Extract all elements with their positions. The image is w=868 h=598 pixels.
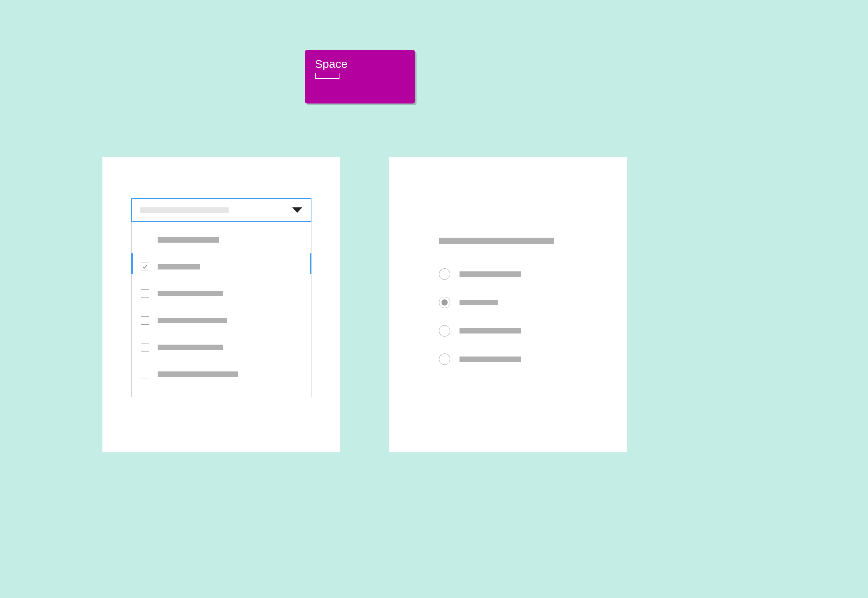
svg-marker-0 xyxy=(292,207,302,213)
radio-option[interactable] xyxy=(439,260,577,288)
radio-button[interactable] xyxy=(439,297,450,308)
dropdown-option[interactable] xyxy=(132,361,311,388)
radio-label-placeholder xyxy=(460,356,521,362)
dropdown-option[interactable] xyxy=(132,280,311,307)
radio-group-heading xyxy=(439,238,554,244)
checkbox[interactable] xyxy=(141,316,149,325)
radio-option[interactable] xyxy=(439,288,577,317)
dropdown-header[interactable] xyxy=(131,198,311,222)
option-label-placeholder xyxy=(158,237,219,243)
dropdown-example-panel xyxy=(102,157,340,452)
radio-option[interactable] xyxy=(439,345,577,373)
chevron-down-icon xyxy=(292,207,302,213)
dropdown-option[interactable] xyxy=(132,227,311,253)
radio-button[interactable] xyxy=(439,325,450,337)
radio-label-placeholder xyxy=(460,328,521,334)
radio-label-placeholder xyxy=(460,300,498,305)
radio-option[interactable] xyxy=(439,317,577,345)
option-label-placeholder xyxy=(158,264,200,269)
option-label-placeholder xyxy=(158,345,223,350)
option-label-placeholder xyxy=(158,318,227,323)
checkbox[interactable] xyxy=(141,343,149,352)
space-key-bracket-icon xyxy=(315,73,339,79)
radio-button[interactable] xyxy=(439,268,450,280)
radio-button[interactable] xyxy=(439,353,450,365)
checkbox[interactable] xyxy=(141,370,149,378)
radio-group xyxy=(439,238,577,373)
dropdown-option[interactable] xyxy=(132,334,311,361)
checkbox[interactable] xyxy=(141,236,149,244)
option-label-placeholder xyxy=(158,291,223,296)
radio-example-panel xyxy=(389,157,627,452)
dropdown-menu xyxy=(131,222,311,397)
space-key-badge: Space xyxy=(305,50,415,104)
checkbox[interactable] xyxy=(141,289,149,298)
dropdown-option[interactable] xyxy=(132,307,311,334)
dropdown-placeholder xyxy=(140,207,229,213)
checkbox[interactable] xyxy=(141,263,149,271)
multiselect-dropdown[interactable] xyxy=(131,198,311,397)
radio-label-placeholder xyxy=(460,271,521,277)
space-key-label: Space xyxy=(315,58,405,71)
dropdown-option[interactable] xyxy=(132,253,311,280)
option-label-placeholder xyxy=(158,371,238,377)
